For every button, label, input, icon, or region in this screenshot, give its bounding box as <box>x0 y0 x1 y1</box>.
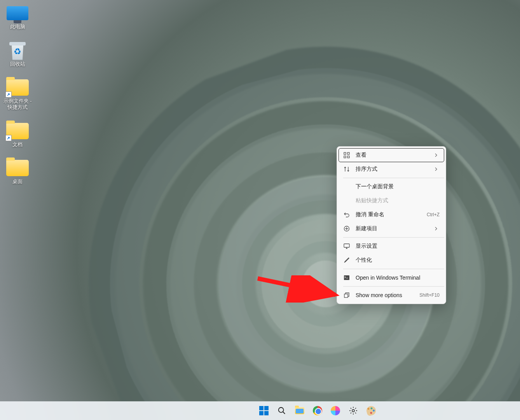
chevron-right-icon <box>434 153 440 157</box>
menu-shortcut: Ctrl+Z <box>427 212 440 217</box>
svg-rect-5 <box>344 244 349 247</box>
menu-label: Open in Windows Terminal <box>356 275 440 281</box>
menu-item-more-options[interactable]: Show more options Shift+F10 <box>339 288 444 302</box>
paint-button[interactable] <box>363 403 379 418</box>
desktop-icon-desktop-folder[interactable]: 桌面 <box>2 159 33 185</box>
brush-icon <box>343 257 350 263</box>
sort-icon <box>343 166 350 172</box>
svg-rect-0 <box>344 152 346 154</box>
undo-icon <box>343 212 350 218</box>
menu-separator <box>343 178 444 178</box>
terminal-icon <box>343 275 350 281</box>
search-icon <box>277 406 286 415</box>
desktop-icon-label: 桌面 <box>12 179 23 185</box>
menu-item-terminal[interactable]: Open in Windows Terminal <box>339 271 444 285</box>
desktop-icon-sample-folder[interactable]: 示例文件夹 - 快捷方式 <box>2 78 33 110</box>
menu-item-undo[interactable]: 撤消 重命名 Ctrl+Z <box>339 208 444 222</box>
svg-rect-3 <box>347 156 349 158</box>
menu-label: 查看 <box>356 152 434 159</box>
menu-label: 个性化 <box>356 257 440 264</box>
menu-label: 排序方式 <box>356 166 434 173</box>
menu-label: 撤消 重命名 <box>356 211 427 218</box>
menu-label: Show more options <box>356 292 419 298</box>
copilot-button[interactable] <box>328 403 343 418</box>
menu-item-personalize[interactable]: 个性化 <box>339 253 444 267</box>
shortcut-arrow-icon <box>5 135 12 141</box>
desktop-icon-recycle-bin[interactable]: ♻ 回收站 <box>2 41 33 68</box>
menu-item-paste-shortcut: 粘贴快捷方式 <box>339 194 444 208</box>
desktop-icon-documents[interactable]: 文档 <box>2 122 33 148</box>
file-explorer-button[interactable] <box>292 403 307 418</box>
chevron-right-icon <box>434 167 440 171</box>
desktop-icon-label: 此电脑 <box>10 24 25 30</box>
desktop-icon-this-pc[interactable]: 此电脑 <box>2 4 33 30</box>
recycle-bin-icon: ♻ <box>9 41 26 60</box>
settings-button[interactable] <box>346 403 361 418</box>
svg-rect-6 <box>344 275 349 280</box>
desktop-context-menu: 查看 排序方式 下一个桌面背景 粘贴快捷方式 撤消 重命名 Ctrl+Z 新建项… <box>337 146 446 304</box>
search-button[interactable] <box>274 403 290 418</box>
menu-item-view[interactable]: 查看 <box>339 148 444 162</box>
desktop-icon-label: 示例文件夹 - 快捷方式 <box>2 98 33 110</box>
menu-label: 新建项目 <box>356 225 434 232</box>
desktop-icons-area: 此电脑 ♻ 回收站 示例文件夹 - 快捷方式 文档 桌面 <box>2 4 33 196</box>
desktop-icon-label: 文档 <box>12 142 23 148</box>
menu-shortcut: Shift+F10 <box>419 292 440 298</box>
display-icon <box>343 243 350 249</box>
grid-icon <box>343 152 350 158</box>
folder-icon <box>6 160 29 176</box>
more-icon <box>343 292 350 298</box>
svg-rect-1 <box>347 152 349 154</box>
menu-item-next-bg[interactable]: 下一个桌面背景 <box>339 180 444 194</box>
monitor-icon <box>7 6 28 20</box>
chrome-button[interactable] <box>310 403 325 418</box>
copilot-icon <box>331 406 340 415</box>
menu-label: 显示设置 <box>356 243 440 250</box>
folder-icon <box>295 406 304 415</box>
windows-logo-icon <box>259 406 269 415</box>
svg-rect-7 <box>344 294 348 298</box>
menu-separator <box>343 237 444 238</box>
start-button[interactable] <box>256 403 272 418</box>
desktop-icon-label: 回收站 <box>10 61 25 68</box>
menu-item-new[interactable]: 新建项目 <box>339 222 444 236</box>
svg-point-11 <box>352 410 354 412</box>
menu-label: 粘贴快捷方式 <box>356 197 440 204</box>
new-icon <box>343 226 350 232</box>
gear-icon <box>349 406 358 415</box>
chrome-icon <box>313 406 322 415</box>
menu-item-sort[interactable]: 排序方式 <box>339 162 444 176</box>
svg-rect-2 <box>344 156 346 158</box>
svg-point-10 <box>278 408 283 413</box>
menu-separator <box>343 269 444 269</box>
menu-label: 下一个桌面背景 <box>356 183 440 190</box>
chevron-right-icon <box>434 227 440 231</box>
paint-icon <box>366 406 376 415</box>
taskbar <box>0 401 520 420</box>
shortcut-arrow-icon <box>5 91 12 98</box>
menu-item-display-settings[interactable]: 显示设置 <box>339 239 444 253</box>
menu-separator <box>343 286 444 287</box>
